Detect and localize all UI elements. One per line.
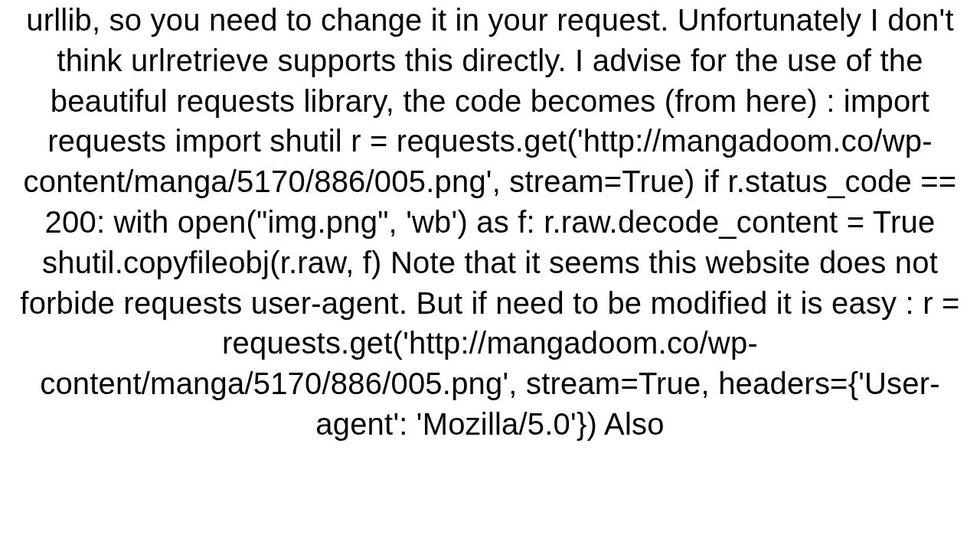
answer-body-text: urllib, so you need to change it in your… (14, 0, 966, 445)
content-wrapper: urllib, so you need to change it in your… (0, 0, 980, 551)
